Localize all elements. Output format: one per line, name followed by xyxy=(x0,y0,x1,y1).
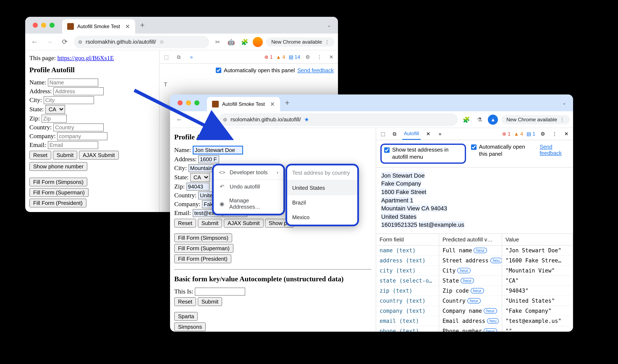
email-input[interactable] xyxy=(48,141,98,149)
show-test-addresses-checkbox[interactable] xyxy=(384,147,390,153)
browser-tab[interactable]: Autofill Smoke Test ✕ xyxy=(62,19,135,34)
close-window-icon[interactable] xyxy=(178,100,183,105)
table-row[interactable]: country (text) Country heur "United Stat… xyxy=(376,296,573,306)
more-tabs-icon[interactable]: » xyxy=(187,54,196,60)
this-is-input[interactable] xyxy=(195,287,245,296)
device-icon[interactable]: ⧉ xyxy=(390,131,399,137)
city-input[interactable] xyxy=(44,96,94,104)
menu-dots-icon[interactable]: ⋮ xyxy=(324,39,330,45)
auto-open-checkbox[interactable] xyxy=(471,144,476,150)
table-row[interactable]: state (select-on… State heur "CA" xyxy=(376,276,573,286)
reload-button[interactable]: ⟳ xyxy=(204,114,215,125)
back-button[interactable]: ← xyxy=(28,36,40,48)
new-tab-button[interactable]: + xyxy=(140,21,145,30)
table-row[interactable]: zip (text) Zip code heur "94043" xyxy=(376,286,573,296)
labs-icon[interactable]: ⚗ xyxy=(475,114,485,125)
close-tab-icon[interactable]: ✕ xyxy=(270,101,275,107)
more-tabs-icon[interactable]: » xyxy=(436,131,444,137)
fill-simpsons-button[interactable]: Fill Form (Simpsons) xyxy=(174,234,232,242)
fill-simpsons-button[interactable]: Fill Form (Simpsons) xyxy=(29,178,87,186)
more-icon[interactable]: ⋮ xyxy=(550,131,559,137)
fill-superman-button[interactable]: Fill Form (Superman) xyxy=(174,244,233,253)
address-bar[interactable]: ⊜ rsolomakhin.github.io/autofill/ ☆ xyxy=(74,36,209,48)
maximize-window-icon[interactable] xyxy=(194,100,199,105)
close-devtools-icon[interactable]: ✕ xyxy=(562,131,571,137)
auto-open-checkbox[interactable] xyxy=(216,68,221,73)
country-input[interactable] xyxy=(53,123,104,131)
update-chip[interactable]: New Chrome available ⋮ xyxy=(502,115,570,124)
back-button[interactable]: ← xyxy=(173,114,185,125)
company-input[interactable] xyxy=(57,132,108,140)
country-mexico-item[interactable]: Mexico xyxy=(287,210,357,225)
zip-input[interactable] xyxy=(41,115,67,123)
state-select[interactable]: CA xyxy=(190,173,210,182)
state-select[interactable]: CA xyxy=(45,105,65,114)
forward-button[interactable]: → xyxy=(44,36,55,48)
robot-icon[interactable]: 🤖 xyxy=(226,37,236,47)
reload-button[interactable]: ⟳ xyxy=(59,36,71,48)
country-brazil-item[interactable]: Brazil xyxy=(287,195,357,210)
reset-button[interactable]: Reset xyxy=(174,219,196,228)
manage-addresses-item[interactable]: ◉ Manage Addresses… xyxy=(214,194,283,214)
submit-button-2[interactable]: Submit xyxy=(197,297,222,306)
browser-tab[interactable]: Autofill Smoke Test ✕ xyxy=(207,97,280,111)
close-window-icon[interactable] xyxy=(33,23,38,28)
close-tab-icon[interactable]: ✕ xyxy=(125,23,130,30)
settings-icon[interactable]: ⚙ xyxy=(304,54,312,60)
submit-button[interactable]: Submit xyxy=(197,219,222,228)
autofill-tab[interactable]: Autofill xyxy=(402,128,421,140)
profile-avatar[interactable] xyxy=(253,37,263,47)
error-count[interactable]: ⊗ 1 xyxy=(264,54,273,60)
reset-button[interactable]: Reset xyxy=(29,151,51,159)
address-input[interactable] xyxy=(53,87,104,95)
address-input[interactable] xyxy=(198,155,219,163)
developer-tools-item[interactable]: <> Developer tools › xyxy=(214,165,283,179)
sparta-button[interactable]: Sparta xyxy=(174,312,198,321)
ajax-submit-button[interactable]: AJAX Submit xyxy=(224,219,263,228)
new-tab-button[interactable]: + xyxy=(285,98,289,107)
submit-button[interactable]: Submit xyxy=(53,151,77,159)
ajax-submit-button[interactable]: AJAX Submit xyxy=(79,151,119,159)
name-input[interactable] xyxy=(193,146,243,155)
show-phone-button[interactable]: Show phone number xyxy=(29,162,87,171)
extensions-icon[interactable]: 🧩 xyxy=(461,114,471,125)
name-input[interactable] xyxy=(48,78,98,87)
inspect-icon[interactable]: ⬚ xyxy=(379,131,387,137)
extensions-icon[interactable]: 🧩 xyxy=(240,37,250,47)
table-row[interactable]: city (text) City heur "Mountain View" xyxy=(376,266,573,276)
close-devtools-icon[interactable]: ✕ xyxy=(327,54,335,60)
inspect-icon[interactable]: ⬚ xyxy=(162,54,170,60)
table-row[interactable]: address (text) Street address heu "1600 … xyxy=(376,256,573,266)
settings-icon[interactable]: ⚙ xyxy=(539,131,547,137)
minimize-window-icon[interactable] xyxy=(41,23,46,28)
tabs-overflow-icon[interactable]: ⌄ xyxy=(327,22,331,28)
zip-input[interactable] xyxy=(186,183,209,191)
error-count[interactable]: ⊗ 1 xyxy=(502,131,511,137)
table-row[interactable]: phone (text) Phone number heur "" xyxy=(376,326,573,332)
close-tab-icon[interactable]: ✕ xyxy=(424,131,432,137)
maximize-window-icon[interactable] xyxy=(50,23,55,28)
site-settings-icon[interactable]: ⊜ xyxy=(223,117,227,122)
device-icon[interactable]: ⧉ xyxy=(175,54,183,60)
warning-count[interactable]: ▲ 4 xyxy=(514,131,523,137)
fill-president-button[interactable]: Fill Form (President) xyxy=(174,254,231,263)
bookmark-icon[interactable]: ☆ xyxy=(159,39,164,45)
undo-autofill-item[interactable]: ↶ Undo autofill xyxy=(214,180,283,194)
profile-avatar[interactable]: ▲ xyxy=(488,114,498,125)
site-settings-icon[interactable]: ⊜ xyxy=(78,39,82,45)
reset-button-2[interactable]: Reset xyxy=(174,297,196,306)
fill-president-button[interactable]: Fill Form (President) xyxy=(29,199,87,208)
table-row[interactable]: name (text) Full name heur "Jon Stewart … xyxy=(376,246,573,256)
bookmark-icon[interactable]: ★ xyxy=(304,116,309,123)
minimize-window-icon[interactable] xyxy=(186,100,191,105)
scissors-icon[interactable]: ✂ xyxy=(213,37,223,47)
simpsons-button[interactable]: Simpsons xyxy=(174,323,206,331)
fill-superman-button[interactable]: Fill Form (Superman) xyxy=(29,188,89,197)
country-us-item[interactable]: United States xyxy=(287,181,357,195)
page-link[interactable]: https://goo.gl/B6Xs1E xyxy=(57,55,114,61)
warning-count[interactable]: ▲ 4 xyxy=(276,54,285,60)
forward-button[interactable]: → xyxy=(189,114,200,125)
menu-dots-icon[interactable]: ⋮ xyxy=(560,117,565,122)
more-icon[interactable]: ⋮ xyxy=(315,54,324,60)
send-feedback-link[interactable]: Send feedback xyxy=(297,67,334,74)
